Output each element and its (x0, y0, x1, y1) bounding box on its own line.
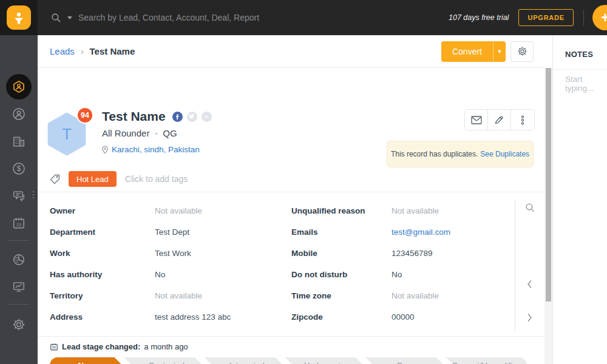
edit-pencil-icon (495, 115, 504, 124)
email-icon (471, 116, 482, 124)
sidebar-item-conversations[interactable] (0, 189, 38, 203)
tags-row: Hot Lead Click to add tags (50, 171, 188, 187)
stage-changed-label: Lead stage changed: (62, 342, 140, 351)
detail-row-has-authority: Has authority No (50, 264, 291, 285)
detail-row-mobile: Mobile 123456789 (291, 243, 503, 264)
duplicates-text: This record has duplicates. (391, 150, 478, 158)
global-search[interactable] (51, 0, 339, 35)
see-duplicates-link[interactable]: See Duplicates (480, 150, 529, 158)
search-input[interactable] (78, 13, 339, 22)
record-action-buttons (464, 109, 535, 130)
detail-row-address: Address test address 123 abc (50, 306, 291, 328)
convert-split-button: Convert ▼ (441, 41, 506, 62)
upgrade-button[interactable]: UPGRADE (518, 9, 574, 26)
breadcrumb-leads-link[interactable]: Leads (50, 46, 75, 56)
scrollbar-thumb[interactable] (546, 68, 551, 302)
topbar-divider (583, 10, 584, 25)
stage-demo[interactable]: Demo (365, 357, 444, 364)
lead-score-value: 94 (81, 111, 89, 120)
quick-add-button[interactable]: + (592, 5, 607, 30)
reports-pie-icon (12, 253, 25, 266)
freshsales-logo-icon (12, 10, 26, 25)
detail-row-time-zone: Time zone Not available (291, 285, 503, 306)
detail-row-work: Work Test Work (50, 243, 291, 264)
hot-lead-tag[interactable]: Hot Lead (69, 171, 117, 187)
header-actions: Convert ▼ (441, 41, 534, 62)
svg-text:in: in (205, 115, 208, 119)
app-logo[interactable] (7, 5, 31, 30)
notes-panel: NOTES Start typing... (552, 35, 607, 364)
convert-button[interactable]: Convert (441, 41, 493, 62)
email-link[interactable]: test@gmail.com (392, 228, 450, 237)
facebook-icon[interactable] (172, 112, 183, 122)
lead-location-link[interactable]: Karachi, sindh, Pakistan (112, 145, 200, 154)
sidebar-item-settings[interactable] (0, 318, 38, 331)
chats-icon (12, 189, 25, 203)
sidebar-item-leads[interactable] (0, 74, 38, 99)
lead-score-badge: 94 (76, 107, 93, 124)
section-divider (38, 192, 544, 192)
subtitle-dot-separator: • (155, 130, 157, 137)
linkedin-icon[interactable]: in (202, 112, 212, 122)
calendar-small-icon (50, 343, 58, 351)
detail-row-owner: Owner Not available (50, 200, 291, 221)
plus-icon: + (601, 10, 607, 25)
logo-block (0, 0, 38, 35)
convert-dropdown-caret[interactable]: ▼ (493, 41, 506, 62)
search-scope-caret-icon[interactable] (67, 16, 72, 19)
sidebar-item-reports[interactable] (0, 253, 38, 266)
add-tags-placeholder[interactable]: Click to add tags (125, 174, 188, 184)
notes-panel-title: NOTES (553, 35, 607, 59)
left-nav-sidebar: $ 23 (0, 35, 38, 364)
sidebar-item-dashboard[interactable] (0, 280, 38, 294)
lead-name: Test Name (102, 109, 166, 124)
breadcrumb-current: Test Name (90, 46, 135, 56)
svg-text:T: T (62, 126, 72, 143)
notes-divider (553, 69, 607, 70)
breadcrumb-separator: › (81, 47, 84, 56)
detail-row-department: Department Test Dept (50, 221, 291, 243)
notes-input-placeholder[interactable]: Start typing... (553, 59, 607, 93)
stage-under-review[interactable]: Under review (285, 357, 363, 364)
lead-location-row: Karachi, sindh, Pakistan (101, 145, 200, 154)
details-search-button[interactable] (525, 203, 535, 215)
topbar-right: 107 days free trial UPGRADE + (449, 0, 607, 35)
breadcrumb-row: Leads › Test Name Convert ▼ (38, 35, 544, 68)
lead-job-title: All Rounder (102, 128, 149, 138)
chevron-left-icon (527, 280, 532, 289)
active-nav-highlight (6, 74, 32, 99)
page-settings-button[interactable] (510, 41, 534, 62)
detail-row-unqualified-reason: Unqualified reason Not available (291, 200, 503, 221)
sidebar-drag-handle[interactable] (33, 191, 34, 198)
stage-interested[interactable]: Interested (205, 357, 283, 364)
deals-icon: $ (12, 162, 25, 175)
contacts-icon (12, 107, 25, 121)
svg-text:$: $ (17, 164, 21, 173)
collapse-panel-button[interactable] (527, 280, 532, 291)
chevron-right-icon (527, 313, 532, 322)
stage-new[interactable]: New (50, 357, 122, 364)
sidebar-divider (8, 240, 29, 241)
stage-convert-unqualified[interactable]: Convert/Unqualifi... (446, 357, 527, 364)
accounts-icon (12, 135, 25, 148)
sidebar-item-appointments[interactable]: 23 (0, 217, 38, 230)
details-left-column: Owner Not available Department Test Dept… (50, 200, 291, 328)
duplicates-banner: This record has duplicates. See Duplicat… (387, 141, 534, 167)
lead-company: QG (163, 128, 177, 138)
sidebar-item-deals[interactable]: $ (0, 162, 38, 175)
settings-gear-icon (12, 318, 25, 331)
twitter-icon[interactable] (187, 112, 197, 122)
main-content: Leads › Test Name Convert ▼ T 9 (38, 35, 544, 364)
expand-panel-button[interactable] (527, 313, 532, 325)
more-options-button[interactable] (511, 110, 534, 130)
lead-detail-card: T 94 Test Name in All Rounder • QG (38, 68, 544, 364)
details-right-column: Unqualified reason Not available Emails … (291, 200, 503, 328)
sidebar-item-accounts[interactable] (0, 135, 38, 148)
stage-contacted[interactable]: Contacted (124, 357, 202, 364)
email-button[interactable] (465, 110, 488, 130)
stage-changed-time: a month ago (144, 342, 188, 351)
details-rail-divider (515, 200, 515, 331)
kebab-menu-icon (521, 115, 524, 125)
edit-button[interactable] (488, 110, 511, 130)
sidebar-item-contacts[interactable] (0, 107, 38, 121)
